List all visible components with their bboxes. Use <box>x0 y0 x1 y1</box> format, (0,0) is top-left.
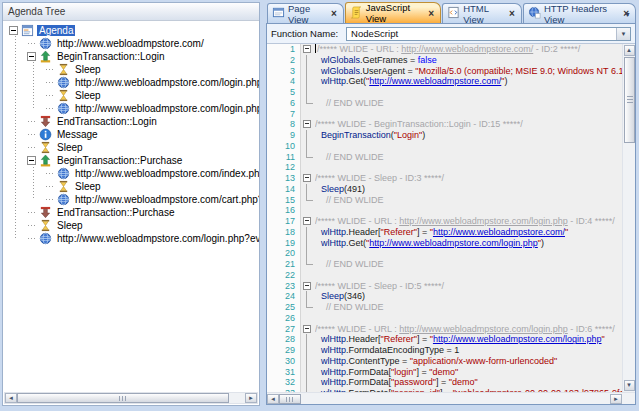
code-line[interactable]: 15// END WLIDE <box>267 195 622 206</box>
function-name-select[interactable]: NodeScript ▼ <box>346 27 631 41</box>
code-line[interactable]: 25// END WLIDE <box>267 302 622 313</box>
tree-item-label: http://www.webloadmpstore.com/login.php <box>73 103 259 114</box>
tree-item[interactable]: EndTransaction::Login <box>27 115 259 128</box>
fold-toggle-icon[interactable] <box>301 119 315 130</box>
tree-item[interactable]: Message <box>27 128 259 141</box>
tab-javascript-view[interactable]: JavaScript View× <box>345 2 441 23</box>
code-text: BeginTransaction("Login") <box>315 130 622 141</box>
fold-margin <box>301 98 315 109</box>
scroll-right-icon[interactable]: ► <box>245 393 257 403</box>
code-hscroll-thumb[interactable] <box>279 394 301 404</box>
fold-toggle-icon[interactable] <box>301 44 315 55</box>
code-vscrollbar[interactable]: ▲ ▼ <box>622 44 635 392</box>
tab-html-view[interactable]: HTML View× <box>442 3 522 23</box>
code-line[interactable]: 7 <box>267 109 622 120</box>
code-line[interactable]: 22 <box>267 270 622 281</box>
expand-collapse-toggle[interactable] <box>27 156 36 165</box>
code-line[interactable]: 9BeginTransaction("Login") <box>267 130 622 141</box>
line-number: 17 <box>267 216 301 227</box>
tree-item[interactable]: Sleep <box>45 63 259 76</box>
tab-page-view[interactable]: Page View× <box>267 3 344 23</box>
line-number: 28 <box>267 334 301 345</box>
tree-hscroll-thumb[interactable] <box>17 393 229 403</box>
scroll-down-icon[interactable]: ▼ <box>624 380 635 391</box>
code-line[interactable]: 18wlHttp.Header["Referer"] = "http://www… <box>267 227 622 238</box>
tree-hscrollbar[interactable]: ◄ ► <box>4 392 258 404</box>
code-line[interactable]: 30wlHttp.ContentType = "application/x-ww… <box>267 356 622 367</box>
code-line[interactable]: 12 <box>267 162 622 173</box>
line-number: 3 <box>267 66 301 77</box>
tree-item[interactable]: Sleep <box>45 180 259 193</box>
code-line[interactable]: 29wlHttp.FormdataEncodingType = 1 <box>267 345 622 356</box>
scroll-up-icon[interactable]: ▲ <box>624 45 635 56</box>
code-line[interactable]: 32wlHttp.FormData["password"] = "demo" <box>267 377 622 388</box>
code-line[interactable]: 23/***** WLIDE - Sleep - ID:5 *****/ <box>267 281 622 292</box>
code-line[interactable]: 2wlGlobals.GetFrames = false <box>267 55 622 66</box>
code-line[interactable]: 27/***** WLIDE - URL : http://www.webloa… <box>267 324 622 335</box>
code-vscroll-thumb[interactable] <box>624 57 635 143</box>
tree-connector <box>27 206 38 219</box>
tree-item[interactable]: http://www.webloadmpstore.com/ <box>27 37 259 50</box>
code-line[interactable]: 11// END WLIDE <box>267 152 622 163</box>
tab-close-icon[interactable]: × <box>509 9 515 18</box>
code-line[interactable]: 8/***** WLIDE - BeginTransaction::Login … <box>267 119 622 130</box>
code-line[interactable]: 33wlHttp.FormData["session_id"] = "weblo… <box>267 388 622 392</box>
tree-connector <box>45 89 56 102</box>
fold-toggle-icon[interactable] <box>301 173 315 184</box>
tree-item[interactable]: BeginTransaction::Login <box>27 50 259 63</box>
code-line[interactable]: 20 <box>267 248 622 259</box>
tree-item[interactable]: BeginTransaction::Purchase <box>27 154 259 167</box>
tree-item[interactable]: Agenda <box>9 24 259 37</box>
code-line[interactable]: 24Sleep(346) <box>267 291 622 302</box>
code-line[interactable]: 13/***** WLIDE - Sleep - ID:3 *****/ <box>267 173 622 184</box>
code-line[interactable]: 16 <box>267 205 622 216</box>
code-line[interactable]: 4wlHttp.Get("http://www.webloadmpstore.c… <box>267 76 622 87</box>
tab-close-icon[interactable]: × <box>428 9 434 18</box>
code-line[interactable]: 28wlHttp.Header["Referer"] = "http://www… <box>267 334 622 345</box>
scroll-right-icon[interactable]: ► <box>610 394 622 404</box>
scroll-left-icon[interactable]: ◄ <box>267 394 279 404</box>
code-line[interactable]: 10 <box>267 141 622 152</box>
expand-collapse-toggle[interactable] <box>9 26 18 35</box>
expand-collapse-toggle[interactable] <box>27 52 36 61</box>
fold-margin <box>301 141 315 152</box>
tree-item[interactable]: http://www.webloadmpstore.com/login.php <box>45 76 259 89</box>
tab-http-headers-view[interactable]: HTTP Headers View× <box>523 3 636 23</box>
fold-margin <box>301 259 315 270</box>
code-line[interactable]: 26 <box>267 313 622 324</box>
code-line[interactable]: 17/***** WLIDE - URL : http://www.webloa… <box>267 216 622 227</box>
code-line[interactable]: 5 <box>267 87 622 98</box>
code-line[interactable]: 1/***** WLIDE - URL : http://www.webload… <box>267 44 622 55</box>
code-line[interactable]: 21// END WLIDE <box>267 259 622 270</box>
html-view-icon <box>447 6 460 21</box>
page-view-icon <box>272 6 285 21</box>
combo-dropdown-icon[interactable]: ▼ <box>616 28 630 40</box>
tree-item[interactable]: Sleep <box>27 141 259 154</box>
code-line[interactable]: 3wlGlobals.UserAgent = "Mozilla/5.0 (com… <box>267 66 622 77</box>
fold-toggle-icon[interactable] <box>301 281 315 292</box>
fold-margin <box>301 291 315 302</box>
url-globe-icon <box>56 167 70 180</box>
fold-toggle-icon[interactable] <box>301 324 315 335</box>
code-hscrollbar[interactable]: ◄ ► <box>267 392 635 404</box>
tree-item-label: Sleep <box>73 90 103 101</box>
code-line[interactable]: 14Sleep(491) <box>267 184 622 195</box>
line-number: 4 <box>267 76 301 87</box>
tree-item[interactable]: Sleep <box>27 219 259 232</box>
code-line[interactable]: 31wlHttp.FormData["login"] = "demo" <box>267 367 622 378</box>
tree-item[interactable]: http://www.webloadmpstore.com/index.php <box>45 167 259 180</box>
code-line[interactable]: 6// END WLIDE <box>267 98 622 109</box>
code-line[interactable]: 19wlHttp.Get("http://www.webloadmpstore.… <box>267 238 622 249</box>
code-editor[interactable]: 1/***** WLIDE - URL : http://www.webload… <box>267 44 622 392</box>
tab-overflow-icon[interactable]: ▼ <box>624 11 631 18</box>
tree-item[interactable]: http://www.webloadmpstore.com/login.php?… <box>27 232 259 245</box>
tree-item[interactable]: http://www.webloadmpstore.com/login.php <box>45 102 259 115</box>
tree-item[interactable]: Sleep <box>45 89 259 102</box>
tab-close-icon[interactable]: × <box>331 9 337 18</box>
code-text: wlHttp.ContentType = "application/x-www-… <box>315 356 622 367</box>
tree-item[interactable]: http://www.webloadmpstore.com/cart.php?e… <box>45 193 259 206</box>
tree-item[interactable]: EndTransaction::Purchase <box>27 206 259 219</box>
sleep-hourglass-icon <box>56 180 70 193</box>
scroll-left-icon[interactable]: ◄ <box>5 393 17 403</box>
fold-toggle-icon[interactable] <box>301 216 315 227</box>
